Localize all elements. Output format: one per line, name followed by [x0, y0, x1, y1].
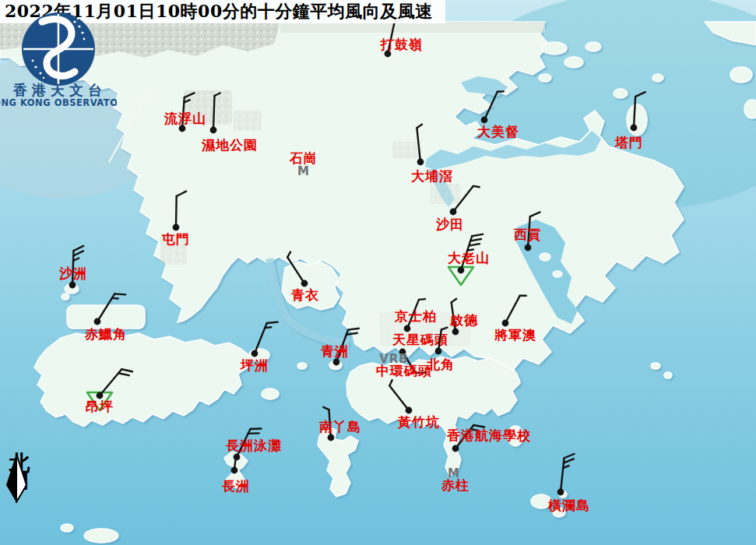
station-label: 昂坪	[86, 399, 114, 414]
wind-barb-tick	[112, 298, 118, 299]
station-label: 青衣	[291, 287, 319, 303]
landmass-tap-mun	[627, 104, 647, 135]
wind-barb-tick	[267, 322, 278, 323]
station-dot	[333, 359, 340, 366]
landmass-crooked-island	[564, 57, 583, 68]
station-dot	[452, 329, 459, 336]
station-label: 長洲	[222, 478, 250, 494]
landmass-sha-chau-south	[62, 294, 69, 300]
station-label: 黃竹坑	[397, 414, 440, 430]
station-label: 流浮山	[164, 111, 206, 126]
landmass-double-haven-islet	[539, 74, 551, 82]
hko-logo-name-en: HONG KONG OBSERVATORY	[0, 97, 117, 108]
wind-barb-shaft	[176, 196, 177, 227]
station-note: M	[297, 164, 310, 178]
station-label: 北角	[426, 357, 455, 372]
landmass-ninepin-2	[664, 372, 672, 378]
station-dot	[406, 407, 413, 414]
station-label: 濕地公園	[201, 137, 258, 153]
landmass-ap-chau	[585, 42, 601, 51]
station-label: 大埔滘	[411, 168, 453, 184]
landmass-soko-islands	[84, 529, 118, 543]
station-label: 長洲泳灘	[226, 438, 282, 453]
station-dot	[328, 434, 335, 441]
station-note: M	[448, 466, 460, 480]
station-label: 石崗	[289, 150, 318, 166]
landmass-port-island	[652, 74, 663, 82]
hk-wind-map-screenshot: 打鼓嶺流浮山濕地公園石崗M大美督塔門大埔滘屯門沙田西貢大老山沙洲赤鱲角青衣坪洲青…	[0, 0, 756, 545]
station-label: 坪洲	[240, 357, 269, 373]
station-dot	[301, 280, 308, 287]
station-label: 赤鱲角	[84, 326, 127, 342]
station-dot	[231, 467, 238, 474]
north-arrow-icon	[5, 453, 28, 503]
urban-tai-po	[392, 142, 419, 159]
station-dot	[251, 350, 258, 357]
station-dot	[458, 267, 465, 274]
urban-sha-tin	[430, 184, 461, 204]
urban-border-strip	[280, 22, 545, 33]
wind-barb-tick	[473, 186, 480, 187]
landmass-hei-ling-chau	[262, 389, 279, 399]
landmass-grass-island	[614, 89, 628, 98]
station-label: 將軍澳	[494, 327, 536, 343]
station-label: 大老山	[448, 250, 490, 265]
landmass-ne-islet-1	[730, 67, 752, 83]
landmass-soko-west	[61, 524, 73, 532]
station-dot	[94, 318, 101, 325]
station-dot	[557, 489, 564, 496]
station-label: 沙田	[435, 216, 464, 232]
station-label: 西貢	[513, 227, 542, 242]
station-note: VRB	[379, 352, 409, 366]
station-label: 青洲	[321, 343, 349, 359]
station-dot	[502, 320, 509, 327]
station-dot	[481, 117, 488, 124]
station-dot	[210, 127, 217, 134]
landmass-ne-islet-2	[744, 100, 756, 118]
station-dot	[450, 209, 457, 216]
station-label: 打鼓嶺	[380, 37, 423, 52]
station-dot	[417, 159, 424, 166]
station-dot	[69, 282, 76, 289]
landmass-shelter-island	[553, 271, 562, 277]
station-dot	[173, 224, 180, 231]
urban-yuen-long	[234, 111, 262, 131]
station-label: 香港航海學校	[446, 427, 531, 443]
landmass-kau-yi-chau	[297, 363, 307, 369]
station-dot	[234, 454, 241, 461]
wind-barb-tick	[419, 299, 425, 300]
station-label: 京士柏	[394, 308, 437, 324]
wind-barb-shaft	[213, 96, 215, 130]
station-dot	[435, 348, 442, 355]
wind-barb-tick	[265, 327, 271, 328]
wind-barb-tick	[114, 294, 125, 294]
station-label: 屯門	[161, 231, 190, 247]
north-compass: 北 N	[5, 453, 34, 492]
hko-logo-name-cn: 香港天文台	[12, 82, 107, 98]
station-label: 沙洲	[58, 265, 87, 281]
hko-logo: 香港天文台 HONG KONG OBSERVATORY	[0, 0, 117, 109]
station-label: 南丫島	[319, 419, 361, 434]
landmass-kau-sai-chau	[540, 253, 550, 261]
station-dot	[631, 125, 638, 132]
station-dot	[452, 445, 459, 452]
station-label: 橫瀾島	[547, 498, 590, 513]
station-dot	[525, 244, 532, 251]
station-label: 塔門	[614, 135, 643, 150]
station-label: 大美督	[477, 124, 519, 139]
landmass-kat-o	[542, 42, 567, 54]
station-label: 啟德	[449, 312, 478, 328]
landmass-ninepin-1	[651, 363, 660, 369]
